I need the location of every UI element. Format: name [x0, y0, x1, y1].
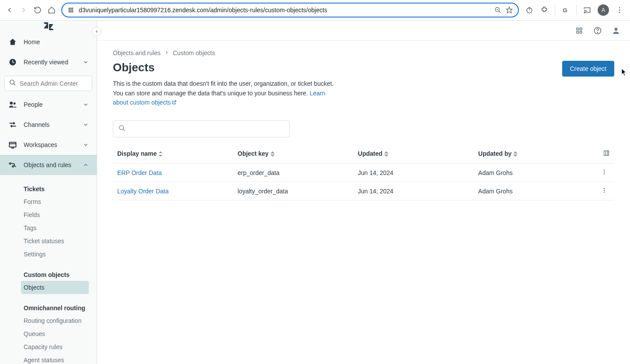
breadcrumb-objects-rules[interactable]: Objects and rules	[113, 49, 161, 56]
table-row[interactable]: ERP Order Data erp_order_data Jun 14, 20…	[113, 164, 614, 182]
browser-menu-icon[interactable]	[615, 6, 624, 14]
sidebar-search[interactable]	[4, 76, 92, 91]
logo[interactable]	[0, 21, 97, 32]
svg-point-16	[619, 12, 620, 13]
sub-heading-custom-objects: Custom objects	[24, 267, 89, 281]
svg-line-7	[499, 11, 500, 13]
nav-channels[interactable]: Channels	[0, 115, 97, 135]
power-icon[interactable]	[525, 6, 534, 14]
svg-rect-4	[71, 10, 73, 10]
cell-updated: Jun 14, 2024	[354, 182, 474, 200]
svg-rect-27	[577, 28, 579, 30]
browser-home-icon[interactable]	[47, 6, 56, 14]
help-icon[interactable]	[593, 26, 602, 35]
svg-point-14	[619, 7, 620, 8]
nav-objects-rules[interactable]: Objects and rules	[0, 155, 97, 175]
table-search-input[interactable]	[129, 126, 284, 133]
sub-item-fields[interactable]: Fields	[21, 208, 89, 221]
svg-marker-9	[506, 7, 512, 13]
col-updated-label: Updated	[358, 150, 382, 157]
col-display-name-label: Display name	[117, 150, 157, 157]
svg-point-32	[597, 32, 598, 32]
svg-marker-42	[385, 155, 388, 156]
svg-point-18	[10, 80, 14, 84]
col-display-name[interactable]: Display name	[113, 144, 233, 164]
reload-icon[interactable]	[33, 6, 42, 14]
cell-display-name[interactable]: Loyalty Order Data	[113, 182, 233, 200]
col-settings[interactable]	[594, 144, 614, 164]
sub-item-routing-config[interactable]: Routing configuration	[21, 314, 89, 327]
create-object-button[interactable]: Create object	[562, 61, 614, 77]
row-menu-button[interactable]	[594, 164, 614, 182]
collapse-sidebar-button[interactable]	[92, 27, 102, 36]
columns-icon	[603, 151, 610, 158]
profile-avatar[interactable]: A	[598, 4, 609, 16]
search-icon	[119, 125, 126, 133]
channels-icon	[8, 120, 18, 130]
nav-recent-label: Recently viewed	[24, 59, 77, 66]
nav-people-label: People	[24, 101, 77, 108]
row-menu-button[interactable]	[594, 182, 614, 200]
svg-marker-37	[159, 151, 162, 153]
url-bar[interactable]: d3vuniquelyparticular1580997216.zendesk.…	[61, 3, 519, 18]
cell-object-key: erp_order_data	[233, 164, 354, 182]
col-updated[interactable]: Updated	[354, 144, 474, 164]
sub-item-ticket-statuses[interactable]: Ticket statuses	[21, 234, 89, 248]
nav-people[interactable]: People	[0, 94, 97, 115]
zoom-icon[interactable]	[494, 7, 501, 14]
people-icon	[8, 100, 18, 109]
nav-home-label: Home	[24, 38, 89, 46]
breadcrumb: Objects and rules Custom objects	[113, 49, 614, 56]
sub-item-forms[interactable]: Forms	[21, 195, 89, 208]
cell-updated-by: Adam Grohs	[474, 182, 594, 200]
svg-marker-41	[385, 152, 388, 153]
extensions-icon[interactable]	[540, 6, 549, 14]
chevron-right-icon	[164, 49, 169, 56]
user-icon[interactable]	[612, 26, 620, 35]
sort-icon	[270, 151, 275, 158]
svg-rect-1	[69, 10, 70, 10]
apps-icon[interactable]	[575, 26, 584, 35]
svg-rect-28	[580, 28, 582, 30]
browser-right: G A	[522, 4, 626, 16]
svg-rect-5	[71, 11, 73, 12]
sub-item-tags[interactable]: Tags	[21, 221, 89, 234]
cast-icon[interactable]	[583, 6, 592, 14]
search-icon	[9, 79, 16, 88]
sidebar-search-input[interactable]	[20, 80, 96, 87]
svg-point-33	[615, 28, 618, 31]
url-text: d3vuniquelyparticular1580997216.zendesk.…	[79, 7, 490, 14]
col-updated-by[interactable]: Updated by	[474, 144, 594, 164]
cell-display-name[interactable]: ERP Order Data	[113, 164, 233, 182]
chevron-down-icon	[83, 142, 89, 148]
sub-item-queues[interactable]: Queues	[21, 327, 89, 340]
svg-marker-44	[514, 155, 517, 156]
breadcrumb-custom-objects[interactable]: Custom objects	[173, 49, 215, 56]
svg-marker-38	[159, 155, 162, 157]
objects-table: Display name Object key Updated Updated …	[113, 144, 614, 200]
browser-nav	[4, 6, 58, 14]
sub-item-objects[interactable]: Objects	[21, 281, 89, 294]
chevron-down-icon	[83, 122, 89, 128]
zendesk-logo-icon	[43, 21, 54, 32]
sort-icon	[158, 151, 163, 158]
col-object-key[interactable]: Object key	[233, 144, 354, 164]
table-row[interactable]: Loyalty Order Data loyalty_order_data Ju…	[113, 182, 614, 200]
workspaces-icon	[8, 140, 18, 150]
bookmark-icon[interactable]	[506, 7, 513, 14]
table-search[interactable]	[113, 120, 290, 137]
nav-home[interactable]: Home	[0, 32, 97, 52]
sub-item-settings[interactable]: Settings	[21, 248, 89, 261]
svg-point-51	[604, 188, 605, 189]
back-icon[interactable]	[5, 6, 14, 14]
home-icon	[8, 37, 18, 47]
site-info-icon[interactable]	[67, 7, 74, 14]
google-icon[interactable]: G	[561, 6, 570, 14]
svg-line-34	[174, 101, 176, 103]
sub-item-capacity-rules[interactable]: Capacity rules	[21, 340, 89, 354]
sub-item-agent-statuses[interactable]: Agent statuses	[21, 354, 89, 364]
svg-rect-29	[577, 31, 579, 33]
page: Objects and rules Custom objects Objects…	[97, 41, 630, 209]
nav-recently-viewed[interactable]: Recently viewed	[0, 52, 97, 72]
nav-workspaces[interactable]: Workspaces	[0, 135, 97, 155]
